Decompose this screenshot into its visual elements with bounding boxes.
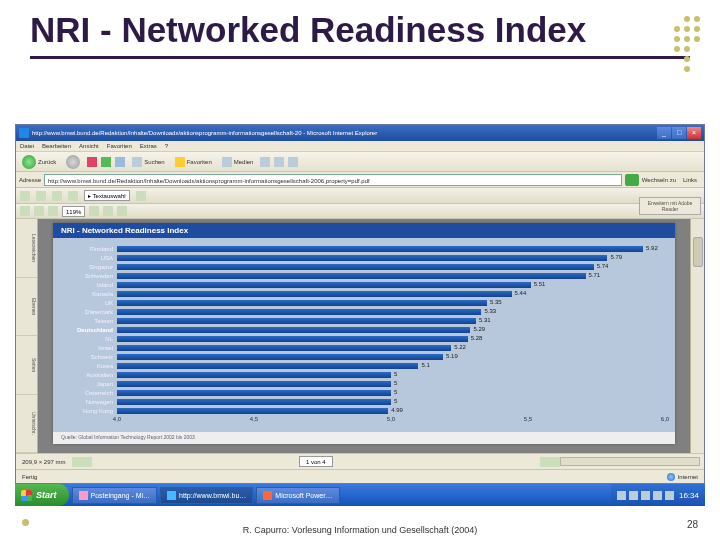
globe-icon bbox=[667, 473, 675, 481]
bar-label: NL bbox=[59, 336, 117, 342]
adobe-toolbar-2: 119% bbox=[16, 204, 704, 219]
mail-icon[interactable] bbox=[274, 157, 284, 167]
taskbar-item[interactable]: Posteingang - Mi… bbox=[72, 487, 158, 504]
menu-item[interactable]: Extras bbox=[140, 143, 157, 149]
forward-button[interactable] bbox=[63, 154, 83, 170]
zoom-out-icon[interactable] bbox=[48, 206, 58, 216]
ie-titlebar[interactable]: http://www.bmwi.bund.de/Redaktion/Inhalt… bbox=[16, 125, 704, 141]
bar-track: 5.44 bbox=[117, 291, 665, 297]
fit-width-icon[interactable] bbox=[89, 206, 99, 216]
first-page-icon[interactable] bbox=[72, 457, 82, 467]
history-icon[interactable] bbox=[260, 157, 270, 167]
refresh-icon[interactable] bbox=[101, 157, 111, 167]
bar-value: 5.33 bbox=[484, 308, 496, 314]
bar-label: Schweden bbox=[59, 273, 117, 279]
hand-icon[interactable] bbox=[20, 206, 30, 216]
snapshot-icon[interactable] bbox=[136, 191, 146, 201]
chart-bar-row: Korea5.1 bbox=[59, 362, 665, 370]
page-wrap[interactable]: NRI - Networked Readiness Index Finnland… bbox=[38, 219, 690, 453]
bar-label: Israel bbox=[59, 345, 117, 351]
zoom-in-icon[interactable] bbox=[34, 206, 44, 216]
bar-track: 5 bbox=[117, 372, 665, 378]
bar-track: 5.92 bbox=[117, 246, 665, 252]
menu-item[interactable]: Ansicht bbox=[79, 143, 99, 149]
home-icon[interactable] bbox=[115, 157, 125, 167]
back-button[interactable]: Zurück bbox=[19, 154, 59, 170]
find-icon[interactable] bbox=[68, 191, 78, 201]
window-title: http://www.bmwi.bund.de/Redaktion/Inhalt… bbox=[32, 130, 657, 136]
go-label: Wechseln zu bbox=[642, 177, 676, 183]
menu-item[interactable]: Datei bbox=[20, 143, 34, 149]
bar-track: 5.51 bbox=[117, 282, 665, 288]
tray-icon[interactable] bbox=[665, 491, 674, 500]
maximize-button[interactable]: □ bbox=[672, 127, 686, 139]
menu-item[interactable]: Favoriten bbox=[107, 143, 132, 149]
bar-label: Norwegen bbox=[59, 399, 117, 405]
tray-icon[interactable] bbox=[641, 491, 650, 500]
bar-value: 4.99 bbox=[391, 407, 403, 413]
vertical-scrollbar[interactable] bbox=[690, 219, 704, 453]
mail-icon[interactable] bbox=[52, 191, 62, 201]
address-input[interactable]: http://www.bmwi.bund.de/Redaktion/Inhalt… bbox=[44, 174, 622, 186]
search-button[interactable]: Suchen bbox=[129, 156, 167, 168]
bar-track: 5.31 bbox=[117, 318, 665, 324]
scrollbar-thumb[interactable] bbox=[693, 237, 703, 267]
stop-icon[interactable] bbox=[87, 157, 97, 167]
clock[interactable]: 16:34 bbox=[677, 491, 699, 500]
text-select-tool[interactable]: ▸ Textauswahl bbox=[84, 190, 130, 201]
menu-item[interactable]: Bearbeiten bbox=[42, 143, 71, 149]
status-text: Fertig bbox=[16, 474, 43, 480]
print-icon[interactable] bbox=[36, 191, 46, 201]
bar-track: 5 bbox=[117, 381, 665, 387]
bar-label: Taiwan bbox=[59, 318, 117, 324]
side-tab[interactable]: Lesezeichen bbox=[16, 219, 37, 278]
last-page-icon[interactable] bbox=[550, 457, 560, 467]
go-button[interactable] bbox=[625, 174, 639, 186]
bar-value: 5.44 bbox=[515, 290, 527, 296]
ie-address-bar: Adresse http://www.bmwi.bund.de/Redaktio… bbox=[16, 172, 704, 188]
pdf-viewport: Lesezeichen Ebenen Seiten Unterschr. NRI… bbox=[16, 219, 704, 453]
side-tab[interactable]: Ebenen bbox=[16, 278, 37, 337]
adobe-side-panel[interactable]: Erweitern mit Adobe Reader bbox=[639, 197, 701, 215]
zoom-field[interactable]: 119% bbox=[62, 206, 85, 217]
forward-icon bbox=[66, 155, 80, 169]
media-button[interactable]: Medien bbox=[219, 156, 257, 168]
page-indicator[interactable]: 1 von 4 bbox=[299, 456, 333, 467]
tray-icon[interactable] bbox=[629, 491, 638, 500]
bar-fill bbox=[117, 408, 388, 414]
bar-value: 5.35 bbox=[490, 299, 502, 305]
bar-fill bbox=[117, 273, 586, 279]
horizontal-scrollbar[interactable] bbox=[560, 457, 700, 466]
rotate-icon[interactable] bbox=[117, 206, 127, 216]
minimize-button[interactable]: _ bbox=[657, 127, 671, 139]
links-label[interactable]: Links bbox=[679, 177, 701, 183]
bar-label: Deutschland bbox=[59, 327, 117, 333]
tray-icon[interactable] bbox=[653, 491, 662, 500]
fit-page-icon[interactable] bbox=[103, 206, 113, 216]
taskbar-item[interactable]: http://www.bmwi.bu… bbox=[160, 487, 253, 504]
address-label: Adresse bbox=[19, 177, 41, 183]
side-tab[interactable]: Seiten bbox=[16, 336, 37, 395]
windows-taskbar: Start Posteingang - Mi… http://www.bmwi.… bbox=[15, 484, 705, 506]
menu-item[interactable]: ? bbox=[165, 143, 168, 149]
next-page-icon[interactable] bbox=[540, 457, 550, 467]
chart-bar-row: Singapur5.74 bbox=[59, 263, 665, 271]
window-buttons: _ □ × bbox=[657, 127, 701, 139]
chart-bar-row: Norwegen5 bbox=[59, 398, 665, 406]
chart-bar-row: Island5.51 bbox=[59, 281, 665, 289]
bar-value: 5.31 bbox=[479, 317, 491, 323]
close-button[interactable]: × bbox=[687, 127, 701, 139]
save-icon[interactable] bbox=[20, 191, 30, 201]
star-icon bbox=[175, 157, 185, 167]
side-tab[interactable]: Unterschr. bbox=[16, 395, 37, 454]
start-button[interactable]: Start bbox=[15, 484, 69, 506]
taskbar-item[interactable]: Microsoft Power… bbox=[256, 487, 339, 504]
bar-fill bbox=[117, 300, 487, 306]
bar-fill bbox=[117, 255, 607, 261]
chart-bar-row: Deutschland5.29 bbox=[59, 326, 665, 334]
tray-icon[interactable] bbox=[617, 491, 626, 500]
prev-page-icon[interactable] bbox=[82, 457, 92, 467]
favorites-button[interactable]: Favoriten bbox=[172, 156, 215, 168]
print-icon[interactable] bbox=[288, 157, 298, 167]
bar-fill bbox=[117, 363, 418, 369]
